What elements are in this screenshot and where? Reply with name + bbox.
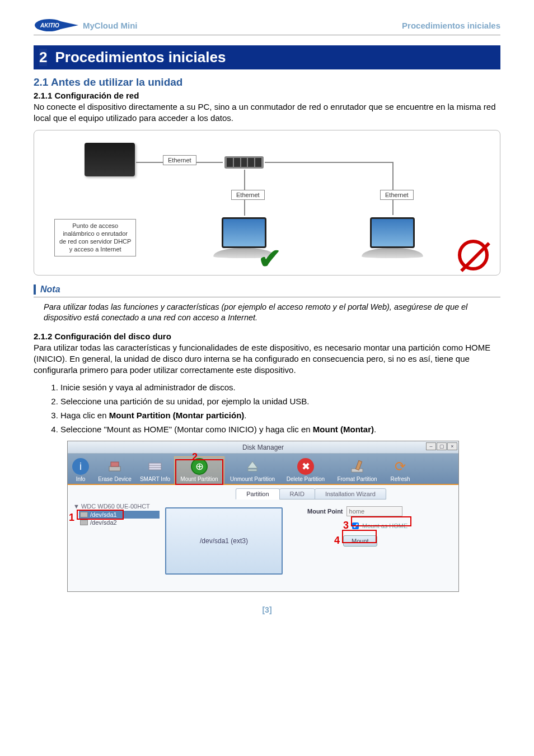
page-number: [3] bbox=[34, 605, 500, 614]
refresh-icon: ⟳ bbox=[392, 458, 409, 475]
section-2-1-2-body: Para utilizar todas las características … bbox=[34, 342, 500, 376]
step-4: Seleccione "Mount as HOME" (Montar como … bbox=[60, 423, 500, 435]
header-section: Procedimientos iniciales bbox=[402, 21, 500, 30]
svg-rect-8 bbox=[248, 469, 257, 471]
connector-line bbox=[265, 162, 394, 163]
mount-as-home-label: Mount as HOME bbox=[362, 522, 407, 529]
tree-root[interactable]: ▼ WDC WD60 0UE-00HCT bbox=[73, 503, 160, 510]
maximize-icon[interactable]: ▢ bbox=[437, 442, 447, 450]
ethernet-label-1: Ethernet bbox=[163, 155, 196, 165]
mount-point-input[interactable] bbox=[346, 506, 402, 516]
tab-bar: Partition RAID Installation Wizard bbox=[163, 488, 458, 500]
step-1: Inicie sesión y vaya al administrador de… bbox=[60, 381, 500, 393]
network-diagram: Ethernet Ethernet Ethernet Punto de acce… bbox=[34, 130, 500, 276]
step-2: Seleccione una partición de su unidad, p… bbox=[60, 395, 500, 407]
format-icon bbox=[349, 458, 366, 475]
disk-icon bbox=[80, 512, 88, 517]
minimize-icon[interactable]: – bbox=[426, 442, 436, 450]
delete-partition-button[interactable]: ✖ Delete Partition bbox=[280, 457, 331, 484]
chapter-number: 2 bbox=[39, 49, 47, 66]
info-button[interactable]: i Info bbox=[68, 457, 93, 484]
erase-icon bbox=[106, 458, 123, 475]
tree-item-sda1[interactable]: /dev/sda1 bbox=[79, 511, 160, 519]
svg-marker-7 bbox=[247, 461, 257, 468]
tab-wizard[interactable]: Installation Wizard bbox=[315, 488, 386, 500]
nas-device-icon bbox=[85, 143, 135, 176]
mount-panel: Mount Point 3 Mount as HOME 4 Mount bbox=[307, 506, 430, 550]
smart-icon bbox=[147, 458, 163, 475]
mount-point-label: Mount Point bbox=[307, 508, 343, 515]
brand-logo: AKITIO bbox=[34, 17, 78, 34]
note-heading: Nota bbox=[40, 284, 60, 294]
callout-4: 4 bbox=[334, 535, 340, 547]
step-3: Haga clic en Mount Partition (Montar par… bbox=[60, 409, 500, 421]
router-label: Punto de acceso inalámbrico o enrutador … bbox=[54, 219, 136, 256]
connector-line bbox=[244, 214, 245, 216]
unmount-icon bbox=[244, 458, 261, 475]
close-icon[interactable]: × bbox=[447, 442, 457, 450]
mount-partition-button[interactable]: ⊕ Mount Partition bbox=[174, 456, 224, 484]
section-2-1-heading: 2.1 Antes de utilizar la unidad bbox=[34, 76, 500, 88]
partition-visual[interactable]: /dev/sda1 (ext3) bbox=[165, 507, 283, 575]
format-partition-button[interactable]: Fromat Partition bbox=[331, 457, 383, 484]
svg-rect-2 bbox=[109, 466, 120, 471]
tab-partition[interactable]: Partition bbox=[236, 488, 279, 500]
partition-label: /dev/sda1 (ext3) bbox=[200, 537, 248, 545]
logo-area: AKITIO MyCloud Mini bbox=[34, 17, 138, 34]
check-icon: ✔ bbox=[258, 242, 282, 275]
tree-item-sda2[interactable]: /dev/sda2 bbox=[79, 519, 160, 526]
connector-line bbox=[392, 162, 394, 215]
svg-rect-3 bbox=[111, 462, 119, 466]
delete-icon: ✖ bbox=[297, 458, 314, 475]
unmount-partition-button[interactable]: Unmount Partition bbox=[224, 457, 280, 484]
svg-marker-1 bbox=[60, 21, 78, 29]
section-2-1-1-body: No conecte el dispositivo directamente a… bbox=[34, 101, 500, 124]
prohibited-icon bbox=[458, 240, 489, 270]
logo-text: AKITIO bbox=[40, 22, 59, 29]
window-title: Disk Manager bbox=[242, 444, 284, 451]
callout-2: 2 bbox=[192, 451, 198, 463]
chapter-bar: 2 Procedimientos iniciales bbox=[34, 45, 500, 69]
note-divider bbox=[34, 297, 500, 297]
callout-3: 3 bbox=[343, 520, 349, 531]
ethernet-label-2: Ethernet bbox=[231, 190, 265, 200]
section-2-1-1-heading: 2.1.1 Configuración de red bbox=[34, 91, 500, 100]
mount-as-home-checkbox[interactable] bbox=[352, 522, 359, 529]
laptop-bad-icon bbox=[362, 217, 423, 262]
header-product: MyCloud Mini bbox=[83, 21, 138, 30]
erase-device-button[interactable]: Erase Device bbox=[93, 457, 136, 484]
page-header: AKITIO MyCloud Mini Procedimientos inici… bbox=[34, 17, 500, 35]
smart-info-button[interactable]: SMART Info bbox=[136, 457, 174, 484]
steps-list: Inicie sesión y vaya al administrador de… bbox=[60, 381, 500, 435]
note-block: Nota bbox=[34, 284, 500, 295]
svg-rect-4 bbox=[149, 463, 161, 470]
note-text: Para utilizar todas las funciones y cara… bbox=[44, 302, 500, 324]
mount-button[interactable]: Mount bbox=[343, 535, 377, 547]
chapter-title: Procedimientos iniciales bbox=[55, 49, 226, 66]
disk-icon bbox=[80, 520, 88, 525]
section-2-1-2-heading: 2.1.2 Configuración del disco duro bbox=[34, 332, 500, 341]
ethernet-label-3: Ethernet bbox=[380, 190, 414, 200]
toolbar: i Info Erase Device SMART Info ⊕ Mount P… bbox=[68, 454, 458, 485]
disk-manager-screenshot: Disk Manager – ▢ × i Info Erase Device bbox=[67, 441, 459, 592]
callout-1: 1 bbox=[69, 512, 74, 524]
tab-raid[interactable]: RAID bbox=[279, 488, 315, 500]
info-icon: i bbox=[72, 458, 89, 475]
device-tree: ▼ WDC WD60 0UE-00HCT /dev/sda1 /dev/sda2… bbox=[68, 485, 163, 591]
window-titlebar: Disk Manager – ▢ × bbox=[68, 441, 458, 454]
refresh-button[interactable]: ⟳ Refresh bbox=[383, 457, 417, 484]
switch-icon bbox=[224, 156, 264, 169]
